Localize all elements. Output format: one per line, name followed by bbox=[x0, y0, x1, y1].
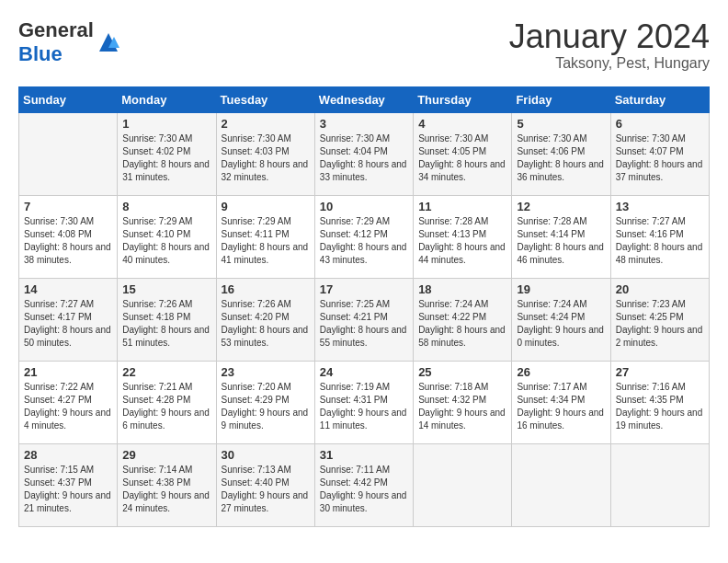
day-number: 30 bbox=[222, 448, 310, 462]
cell-sun-info: Sunrise: 7:11 AMSunset: 4:42 PMDaylight:… bbox=[320, 464, 408, 515]
cell-sun-info: Sunrise: 7:20 AMSunset: 4:29 PMDaylight:… bbox=[222, 381, 310, 432]
cell-sun-info: Sunrise: 7:30 AMSunset: 4:02 PMDaylight:… bbox=[122, 132, 210, 184]
day-number: 17 bbox=[320, 282, 408, 296]
day-number: 20 bbox=[616, 282, 704, 296]
logo-blue: Blue bbox=[18, 42, 63, 65]
cell-sun-info: Sunrise: 7:30 AMSunset: 4:06 PMDaylight:… bbox=[517, 132, 605, 184]
day-number: 9 bbox=[222, 200, 310, 213]
cell-sun-info: Sunrise: 7:29 AMSunset: 4:12 PMDaylight:… bbox=[320, 215, 408, 267]
calendar-cell: 4Sunrise: 7:30 AMSunset: 4:05 PMDaylight… bbox=[414, 112, 512, 195]
day-number: 27 bbox=[616, 365, 704, 379]
day-number: 10 bbox=[320, 200, 408, 213]
day-number: 18 bbox=[418, 282, 506, 296]
day-number: 7 bbox=[24, 200, 112, 213]
day-number: 4 bbox=[418, 117, 506, 131]
day-number: 6 bbox=[616, 117, 704, 131]
day-number: 31 bbox=[320, 448, 408, 462]
cell-sun-info: Sunrise: 7:25 AMSunset: 4:21 PMDaylight:… bbox=[320, 298, 408, 350]
day-number: 25 bbox=[418, 365, 506, 379]
cell-sun-info: Sunrise: 7:29 AMSunset: 4:11 PMDaylight:… bbox=[222, 215, 310, 267]
logo-text: General Blue bbox=[18, 18, 94, 66]
calendar-cell: 26Sunrise: 7:17 AMSunset: 4:34 PMDayligh… bbox=[512, 361, 610, 443]
calendar-cell: 13Sunrise: 7:27 AMSunset: 4:16 PMDayligh… bbox=[610, 195, 709, 278]
calendar-week-2: 7Sunrise: 7:30 AMSunset: 4:08 PMDaylight… bbox=[19, 195, 710, 278]
calendar-cell: 23Sunrise: 7:20 AMSunset: 4:29 PMDayligh… bbox=[216, 361, 314, 443]
cell-sun-info: Sunrise: 7:30 AMSunset: 4:04 PMDaylight:… bbox=[320, 132, 408, 184]
calendar-week-4: 21Sunrise: 7:22 AMSunset: 4:27 PMDayligh… bbox=[19, 361, 710, 443]
calendar-cell: 30Sunrise: 7:13 AMSunset: 4:40 PMDayligh… bbox=[216, 443, 314, 526]
cell-sun-info: Sunrise: 7:30 AMSunset: 4:03 PMDaylight:… bbox=[222, 132, 310, 184]
day-number: 11 bbox=[418, 200, 506, 213]
day-number: 5 bbox=[517, 117, 605, 131]
calendar-cell: 31Sunrise: 7:11 AMSunset: 4:42 PMDayligh… bbox=[314, 443, 413, 526]
day-number: 16 bbox=[222, 282, 310, 296]
day-number: 12 bbox=[517, 200, 605, 213]
calendar-cell: 12Sunrise: 7:28 AMSunset: 4:14 PMDayligh… bbox=[512, 195, 610, 278]
header-cell-friday: Friday bbox=[512, 86, 610, 112]
location-title: Taksony, Pest, Hungary bbox=[509, 55, 710, 72]
calendar-cell: 7Sunrise: 7:30 AMSunset: 4:08 PMDaylight… bbox=[19, 195, 118, 278]
logo: General Blue bbox=[18, 18, 121, 66]
day-number: 28 bbox=[24, 448, 112, 462]
header-cell-saturday: Saturday bbox=[610, 86, 709, 112]
cell-sun-info: Sunrise: 7:29 AMSunset: 4:10 PMDaylight:… bbox=[122, 215, 210, 267]
cell-sun-info: Sunrise: 7:18 AMSunset: 4:32 PMDaylight:… bbox=[418, 381, 506, 432]
calendar-cell: 20Sunrise: 7:23 AMSunset: 4:25 PMDayligh… bbox=[610, 278, 709, 361]
day-number: 23 bbox=[222, 365, 310, 379]
calendar-cell: 11Sunrise: 7:28 AMSunset: 4:13 PMDayligh… bbox=[414, 195, 512, 278]
cell-sun-info: Sunrise: 7:13 AMSunset: 4:40 PMDaylight:… bbox=[222, 464, 310, 515]
calendar-cell: 8Sunrise: 7:29 AMSunset: 4:10 PMDaylight… bbox=[118, 195, 216, 278]
cell-sun-info: Sunrise: 7:27 AMSunset: 4:16 PMDaylight:… bbox=[616, 215, 704, 267]
header-cell-tuesday: Tuesday bbox=[216, 86, 314, 112]
day-number: 13 bbox=[616, 200, 704, 213]
cell-sun-info: Sunrise: 7:24 AMSunset: 4:22 PMDaylight:… bbox=[418, 298, 506, 350]
calendar-cell: 16Sunrise: 7:26 AMSunset: 4:20 PMDayligh… bbox=[216, 278, 314, 361]
logo-icon bbox=[96, 29, 121, 55]
calendar-cell: 21Sunrise: 7:22 AMSunset: 4:27 PMDayligh… bbox=[19, 361, 118, 443]
cell-sun-info: Sunrise: 7:24 AMSunset: 4:24 PMDaylight:… bbox=[517, 298, 605, 350]
calendar-cell: 9Sunrise: 7:29 AMSunset: 4:11 PMDaylight… bbox=[216, 195, 314, 278]
calendar-cell: 6Sunrise: 7:30 AMSunset: 4:07 PMDaylight… bbox=[610, 112, 709, 195]
cell-sun-info: Sunrise: 7:16 AMSunset: 4:35 PMDaylight:… bbox=[616, 381, 704, 432]
cell-sun-info: Sunrise: 7:14 AMSunset: 4:38 PMDaylight:… bbox=[122, 464, 210, 515]
calendar-cell: 3Sunrise: 7:30 AMSunset: 4:04 PMDaylight… bbox=[314, 112, 413, 195]
cell-sun-info: Sunrise: 7:17 AMSunset: 4:34 PMDaylight:… bbox=[517, 381, 605, 432]
calendar-cell: 29Sunrise: 7:14 AMSunset: 4:38 PMDayligh… bbox=[118, 443, 216, 526]
calendar-cell bbox=[414, 443, 512, 526]
calendar-week-3: 14Sunrise: 7:27 AMSunset: 4:17 PMDayligh… bbox=[19, 278, 710, 361]
calendar-cell: 1Sunrise: 7:30 AMSunset: 4:02 PMDaylight… bbox=[118, 112, 216, 195]
calendar-cell: 19Sunrise: 7:24 AMSunset: 4:24 PMDayligh… bbox=[512, 278, 610, 361]
day-number: 15 bbox=[122, 282, 210, 296]
calendar-cell bbox=[512, 443, 610, 526]
calendar-cell bbox=[610, 443, 709, 526]
calendar-cell bbox=[19, 112, 118, 195]
day-number: 24 bbox=[320, 365, 408, 379]
day-number: 8 bbox=[122, 200, 210, 213]
calendar-cell: 18Sunrise: 7:24 AMSunset: 4:22 PMDayligh… bbox=[414, 278, 512, 361]
calendar-cell: 14Sunrise: 7:27 AMSunset: 4:17 PMDayligh… bbox=[19, 278, 118, 361]
day-number: 19 bbox=[517, 282, 605, 296]
header-cell-sunday: Sunday bbox=[19, 86, 118, 112]
calendar-cell: 5Sunrise: 7:30 AMSunset: 4:06 PMDaylight… bbox=[512, 112, 610, 195]
header-cell-wednesday: Wednesday bbox=[314, 86, 413, 112]
page-header: General Blue January 2024 Taksony, Pest,… bbox=[18, 18, 710, 72]
cell-sun-info: Sunrise: 7:26 AMSunset: 4:18 PMDaylight:… bbox=[122, 298, 210, 350]
cell-sun-info: Sunrise: 7:19 AMSunset: 4:31 PMDaylight:… bbox=[320, 381, 408, 432]
title-block: January 2024 Taksony, Pest, Hungary bbox=[509, 18, 710, 72]
calendar-cell: 22Sunrise: 7:21 AMSunset: 4:28 PMDayligh… bbox=[118, 361, 216, 443]
day-number: 14 bbox=[24, 282, 112, 296]
cell-sun-info: Sunrise: 7:27 AMSunset: 4:17 PMDaylight:… bbox=[24, 298, 112, 350]
cell-sun-info: Sunrise: 7:26 AMSunset: 4:20 PMDaylight:… bbox=[222, 298, 310, 350]
calendar-cell: 10Sunrise: 7:29 AMSunset: 4:12 PMDayligh… bbox=[314, 195, 413, 278]
calendar-table: SundayMondayTuesdayWednesdayThursdayFrid… bbox=[18, 86, 710, 527]
day-number: 22 bbox=[122, 365, 210, 379]
calendar-cell: 25Sunrise: 7:18 AMSunset: 4:32 PMDayligh… bbox=[414, 361, 512, 443]
calendar-cell: 27Sunrise: 7:16 AMSunset: 4:35 PMDayligh… bbox=[610, 361, 709, 443]
calendar-week-1: 1Sunrise: 7:30 AMSunset: 4:02 PMDaylight… bbox=[19, 112, 710, 195]
day-number: 21 bbox=[24, 365, 112, 379]
cell-sun-info: Sunrise: 7:28 AMSunset: 4:14 PMDaylight:… bbox=[517, 215, 605, 267]
day-number: 3 bbox=[320, 117, 408, 131]
logo-general: General bbox=[18, 18, 94, 41]
header-row: SundayMondayTuesdayWednesdayThursdayFrid… bbox=[19, 86, 710, 112]
cell-sun-info: Sunrise: 7:30 AMSunset: 4:08 PMDaylight:… bbox=[24, 215, 112, 267]
